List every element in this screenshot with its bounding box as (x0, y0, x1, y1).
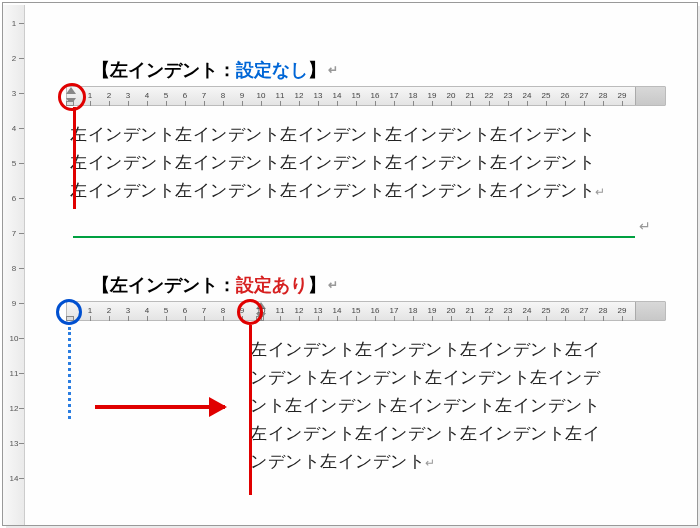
hruler-tick: 28 (599, 91, 608, 100)
hruler-tick: 28 (599, 306, 608, 315)
hruler-tick: 22 (485, 91, 494, 100)
hruler-tick: 27 (580, 91, 589, 100)
ruler-right-margin (635, 302, 665, 320)
horizontal-ruler-1[interactable]: 1234567891011121314151617181920212223242… (66, 86, 666, 106)
heading-no-indent: 【左インデント：設定なし】↵ (92, 58, 338, 82)
highlight-circle-icon (58, 83, 86, 111)
hruler-tick: 1 (88, 91, 92, 100)
hruler-tick: 3 (126, 306, 130, 315)
hruler-tick: 13 (314, 91, 323, 100)
hruler-tick: 6 (183, 306, 187, 315)
hruler-tick: 18 (409, 91, 418, 100)
hruler-tick: 5 (164, 306, 168, 315)
hruler-tick: 23 (504, 306, 513, 315)
hruler-tick: 5 (164, 91, 168, 100)
hruler-tick: 12 (295, 306, 304, 315)
text-line: 左インデント左インデント左インデント左インデント左インデント↵ (70, 177, 650, 206)
hruler-tick: 25 (542, 306, 551, 315)
hruler-tick: 9 (240, 91, 244, 100)
hruler-tick: 25 (542, 91, 551, 100)
ruler-right-margin (635, 87, 665, 105)
paragraph-with-indent: 左インデント左インデント左インデント左インデント左インデント左インデント左インデ… (250, 336, 650, 477)
text-line: 左インデント左インデント左インデント左イ (250, 336, 650, 364)
hruler-tick: 23 (504, 91, 513, 100)
hruler-tick: 17 (390, 306, 399, 315)
vertical-ruler: 1234567891011121314 (3, 5, 25, 525)
hruler-tick: 4 (145, 91, 149, 100)
text-line: ンデント左インデント左インデント左インデ (250, 364, 650, 392)
hruler-tick: 15 (352, 91, 361, 100)
paragraph-mark-icon: ↵ (639, 218, 651, 234)
hruler-tick: 17 (390, 91, 399, 100)
text-line: 左インデント左インデント左インデント左インデント左インデント (70, 149, 650, 177)
hruler-tick: 16 (371, 306, 380, 315)
paragraph-mark-icon: ↵ (328, 63, 338, 77)
hruler-tick: 2 (107, 91, 111, 100)
highlight-dotted-line (68, 327, 71, 419)
horizontal-ruler-2[interactable]: 1234567891011121314151617181920212223242… (66, 301, 666, 321)
paragraph-mark-icon: ↵ (425, 456, 436, 470)
paragraph-no-indent: 左インデント左インデント左インデント左インデント左インデント左インデント左インデ… (70, 121, 650, 206)
highlight-circle-icon (237, 299, 263, 325)
heading1-prefix: 【左インデント： (92, 60, 236, 80)
hruler-tick: 12 (295, 91, 304, 100)
hruler-tick: 22 (485, 306, 494, 315)
hruler-tick: 20 (447, 306, 456, 315)
hruler-tick: 21 (466, 306, 475, 315)
hruler-tick: 14 (333, 306, 342, 315)
text-line: ンデント左インデント↵ (250, 448, 650, 477)
hruler-tick: 7 (202, 306, 206, 315)
hruler-tick: 8 (221, 91, 225, 100)
hruler-tick: 29 (618, 91, 627, 100)
hruler-tick: 14 (333, 91, 342, 100)
hruler-tick: 11 (276, 306, 285, 315)
text-line: 左インデント左インデント左インデント左イ (250, 420, 650, 448)
hruler-tick: 26 (561, 91, 570, 100)
arrow-right-icon (95, 405, 225, 409)
text-line: 左インデント左インデント左インデント左インデント左インデント (70, 121, 650, 149)
hruler-tick: 7 (202, 91, 206, 100)
hruler-tick: 21 (466, 91, 475, 100)
hruler-tick: 2 (107, 306, 111, 315)
heading1-highlight: 設定なし (236, 60, 308, 80)
hruler-tick: 18 (409, 306, 418, 315)
hruler-tick: 24 (523, 306, 532, 315)
hruler-tick: 3 (126, 91, 130, 100)
hruler-tick: 15 (352, 306, 361, 315)
hruler-tick: 19 (428, 91, 437, 100)
highlight-circle-icon (56, 299, 82, 325)
paragraph-mark-icon: ↵ (328, 278, 338, 292)
hruler-tick: 19 (428, 306, 437, 315)
hruler-tick: 6 (183, 91, 187, 100)
hruler-tick: 27 (580, 306, 589, 315)
hruler-tick: 13 (314, 306, 323, 315)
hruler-tick: 10 (257, 91, 266, 100)
highlight-vertical-line (73, 107, 76, 209)
heading2-highlight: 設定あり (236, 275, 308, 295)
hruler-tick: 4 (145, 306, 149, 315)
hruler-tick: 11 (276, 91, 285, 100)
paragraph-mark-icon: ↵ (595, 185, 606, 199)
heading2-prefix: 【左インデント： (92, 275, 236, 295)
document-frame: 1234567891011121314 【左インデント：設定なし】↵ 12345… (2, 2, 698, 526)
hruler-tick: 8 (221, 306, 225, 315)
heading1-suffix: 】 (308, 60, 326, 80)
divider-line (73, 236, 635, 238)
text-line: ント左インデント左インデント左インデント (250, 392, 650, 420)
hruler-tick: 20 (447, 91, 456, 100)
hruler-tick: 29 (618, 306, 627, 315)
highlight-vertical-line (249, 325, 252, 495)
hruler-tick: 24 (523, 91, 532, 100)
hruler-tick: 1 (88, 306, 92, 315)
heading2-suffix: 】 (308, 275, 326, 295)
heading-with-indent: 【左インデント：設定あり】↵ (92, 273, 338, 297)
hruler-tick: 26 (561, 306, 570, 315)
hruler-tick: 16 (371, 91, 380, 100)
